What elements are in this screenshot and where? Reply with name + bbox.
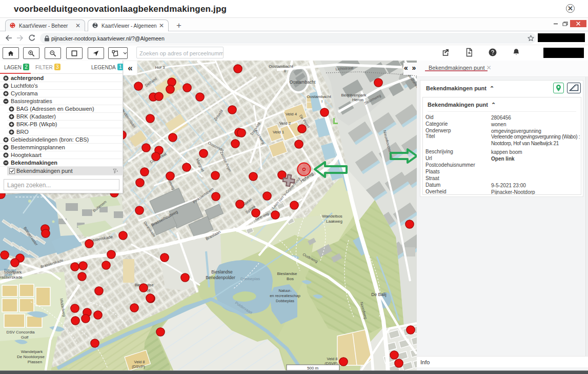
svg-text:Hof 3: Hof 3 — [155, 65, 165, 70]
svg-text:Wandelbos: Wandelbos — [322, 214, 342, 219]
svg-text:De Balij: De Balij — [371, 292, 386, 297]
svg-text:Bos: Bos — [287, 277, 294, 281]
svg-text:Veld 2: Veld 2 — [279, 121, 291, 126]
svg-text:Plassen: Plassen — [28, 360, 42, 364]
svg-text:Oostambacht: Oostambacht — [307, 94, 331, 99]
svg-text:Veld 8: Veld 8 — [134, 360, 145, 364]
svg-text:(DSVP): (DSVP) — [132, 364, 145, 369]
svg-text:oper: oper — [4, 272, 12, 277]
svg-text:en recreatieschap: en recreatieschap — [270, 293, 300, 298]
svg-text:I: I — [321, 99, 322, 104]
svg-text:Laakweg: Laakweg — [326, 219, 342, 224]
svg-text:Dobbeplas: Dobbeplas — [240, 277, 260, 281]
svg-text:Golf: Golf — [21, 335, 29, 340]
svg-text:Benedenpolder: Benedenpolder — [206, 275, 235, 280]
svg-text:De Nootdorpse: De Nootdorpse — [17, 355, 45, 359]
svg-text:Veld 1: Veld 1 — [273, 130, 285, 134]
svg-text:Heron: Heron — [352, 97, 363, 102]
svg-text:Bedrijvenpark: Bedrijvenpark — [341, 93, 367, 97]
svg-text:Bieslandse: Bieslandse — [211, 269, 233, 274]
svg-text:DSV Concordia: DSV Concordia — [6, 330, 35, 334]
svg-text:Oostambacht: Oostambacht — [269, 64, 293, 69]
svg-text:Blauwe: Blauwe — [4, 268, 17, 272]
svg-text:500 m: 500 m — [307, 366, 319, 370]
svg-text:Wandelpark: Wandelpark — [21, 349, 43, 354]
svg-text:II: II — [284, 69, 286, 73]
svg-text:Natuur-: Natuur- — [278, 288, 292, 293]
svg-text:Veld 8: Veld 8 — [327, 357, 338, 361]
svg-text:Oostambacht: Oostambacht — [290, 80, 316, 85]
svg-text:Bieslandse: Bieslandse — [277, 271, 297, 276]
svg-text:Veld 4: Veld 4 — [286, 112, 297, 116]
svg-text:Dobbeplas: Dobbeplas — [276, 299, 294, 303]
